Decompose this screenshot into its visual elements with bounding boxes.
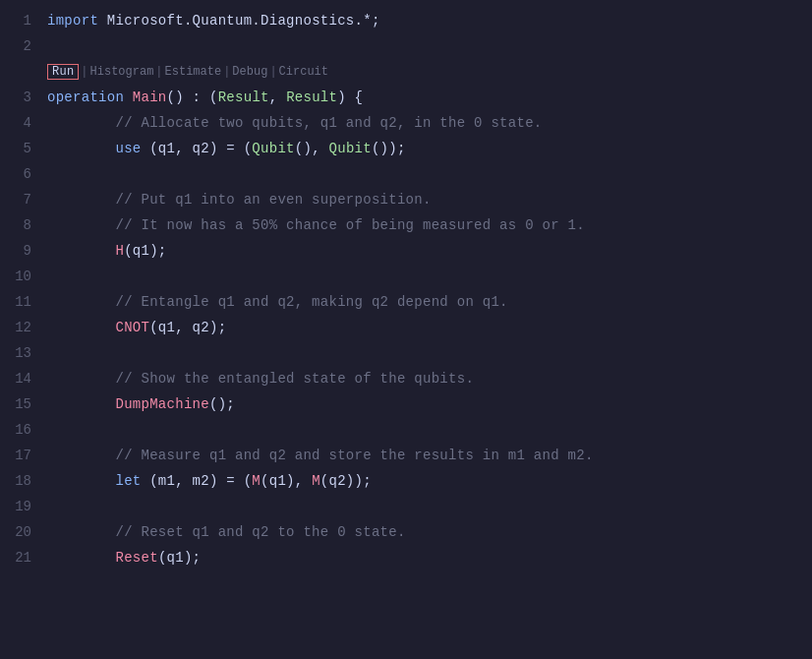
line-content: // It now has a 50% chance of being meas…: [47, 212, 812, 238]
line-content: [47, 264, 812, 289]
token: ;: [372, 13, 380, 29]
codelens-link-circuit[interactable]: Circuit: [279, 61, 328, 83]
token: use: [115, 141, 141, 156]
code-line-4: 4 // Allocate two qubits, q1 and q2, in …: [0, 110, 812, 136]
token: [47, 473, 115, 489]
line-number: 18: [0, 468, 47, 494]
token: [47, 243, 115, 259]
token: (q1, q2);: [149, 320, 226, 335]
token: DumpMachine: [115, 396, 209, 412]
line-content: [47, 340, 812, 366]
token: (q1);: [158, 550, 201, 566]
line-number: 6: [0, 161, 47, 187]
line-content: // Put q1 into an even superposition.: [47, 187, 812, 212]
codelens-separator: |: [221, 61, 232, 83]
token: [47, 320, 115, 335]
line-content: import Microsoft.Quantum.Diagnostics.*;: [47, 8, 812, 33]
token: CNOT: [115, 320, 149, 335]
line-number: 1: [0, 8, 47, 33]
token: import: [47, 13, 107, 29]
line-number: 17: [0, 443, 47, 468]
line-number: 15: [0, 391, 47, 417]
token: H: [115, 243, 124, 259]
line-content: // Show the entangled state of the qubit…: [47, 366, 812, 391]
line-number: 3: [0, 85, 47, 110]
code-line-18: 18 let (m1, m2) = (M(q1), M(q2));: [0, 468, 812, 494]
line-number: 9: [0, 238, 47, 264]
line-number: 13: [0, 340, 47, 366]
code-line-9: 9 H(q1);: [0, 238, 812, 264]
line-number: 5: [0, 136, 47, 161]
code-line-13: 13: [0, 340, 812, 366]
token: M: [312, 473, 320, 489]
code-line-19: 19: [0, 494, 812, 519]
token: () : (: [167, 90, 218, 105]
token: Result: [286, 90, 337, 105]
run-button[interactable]: Run: [47, 64, 79, 80]
token: Reset: [115, 550, 157, 566]
line-number: 19: [0, 494, 47, 519]
token: Qubit: [252, 141, 294, 156]
token: // Measure q1 and q2 and store the resul…: [47, 448, 594, 463]
code-line-14: 14 // Show the entangled state of the qu…: [0, 366, 812, 391]
code-editor: 1import Microsoft.Quantum.Diagnostics.*;…: [0, 0, 812, 659]
token: (m1, m2) = (: [142, 473, 253, 489]
token: (q1);: [124, 243, 166, 259]
code-line-3: 3operation Main() : (Result, Result) {: [0, 85, 812, 110]
token: Qubit: [329, 141, 372, 156]
token: ();: [209, 396, 235, 412]
token: let: [115, 473, 141, 489]
token: [47, 396, 115, 412]
line-number: 10: [0, 264, 47, 289]
code-line-8: 8 // It now has a 50% chance of being me…: [0, 212, 812, 238]
code-line-6: 6: [0, 161, 812, 187]
code-line-10: 10: [0, 264, 812, 289]
codelens-link-histogram[interactable]: Histogram: [90, 61, 154, 83]
code-line-21: 21 Reset(q1);: [0, 545, 812, 570]
token: operation: [47, 90, 133, 105]
code-line-15: 15 DumpMachine();: [0, 391, 812, 417]
code-line-7: 7 // Put q1 into an even superposition.: [0, 187, 812, 212]
line-number: 2: [0, 33, 47, 59]
token: (q1),: [261, 473, 312, 489]
code-line-20: 20 // Reset q1 and q2 to the 0 state.: [0, 519, 812, 545]
code-line-12: 12 CNOT(q1, q2);: [0, 315, 812, 340]
token: ,: [269, 90, 286, 105]
line-number: 12: [0, 315, 47, 340]
token: // Entangle q1 and q2, making q2 depend …: [47, 294, 508, 310]
token: Result: [218, 90, 269, 105]
token: (q1, q2) = (: [142, 141, 253, 156]
token: M: [252, 473, 261, 489]
codelens-link-debug[interactable]: Debug: [232, 61, 267, 83]
token: // Allocate two qubits, q1 and q2, in th…: [47, 115, 543, 131]
token: // Put q1 into an even superposition.: [47, 192, 432, 208]
line-content: use (q1, q2) = (Qubit(), Qubit());: [47, 136, 812, 161]
line-number: 4: [0, 110, 47, 136]
token: ());: [372, 141, 406, 156]
line-content: // Allocate two qubits, q1 and q2, in th…: [47, 110, 812, 136]
line-number: 16: [0, 417, 47, 443]
line-content: // Reset q1 and q2 to the 0 state.: [47, 519, 812, 545]
code-line-11: 11 // Entangle q1 and q2, making q2 depe…: [0, 289, 812, 315]
line-content: // Measure q1 and q2 and store the resul…: [47, 443, 812, 468]
token: (),: [295, 141, 329, 156]
code-line-1: 1import Microsoft.Quantum.Diagnostics.*;: [0, 8, 812, 33]
line-content: [47, 417, 812, 443]
token: (q2));: [320, 473, 372, 489]
line-number: 14: [0, 366, 47, 391]
codelens-bar: Run | Histogram | Estimate | Debug | Cir…: [0, 59, 812, 85]
line-content: [47, 161, 812, 187]
line-content: let (m1, m2) = (M(q1), M(q2));: [47, 468, 812, 494]
token: Main: [133, 90, 167, 105]
line-content: Reset(q1);: [47, 545, 812, 570]
line-number: 7: [0, 187, 47, 212]
code-line-17: 17 // Measure q1 and q2 and store the re…: [0, 443, 812, 468]
code-line-5: 5 use (q1, q2) = (Qubit(), Qubit());: [0, 136, 812, 161]
codelens-link-estimate[interactable]: Estimate: [165, 61, 222, 83]
code-line-16: 16: [0, 417, 812, 443]
token: // Reset q1 and q2 to the 0 state.: [47, 524, 406, 540]
token: [47, 141, 115, 156]
line-number: 21: [0, 545, 47, 570]
token: ) {: [337, 90, 363, 105]
token: Microsoft.Quantum.Diagnostics.*: [107, 13, 372, 29]
